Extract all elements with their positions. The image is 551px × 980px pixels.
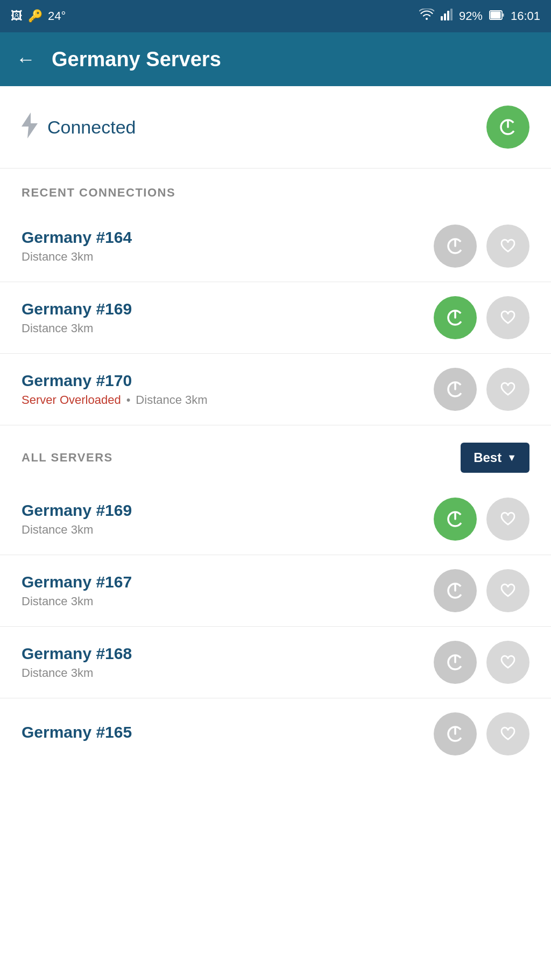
- all-server-info-168: Germany #168 Distance 3km: [22, 645, 434, 680]
- server-name-170: Germany #170: [22, 372, 434, 390]
- server-info-169: Germany #169 Distance 3km: [22, 300, 434, 335]
- main-content: Connected RECENT CONNECTIONS Germany #16…: [0, 86, 551, 980]
- connected-status: Connected: [22, 113, 136, 142]
- power-button-164[interactable]: [434, 225, 477, 268]
- server-info-164: Germany #164 Distance 3km: [22, 228, 434, 264]
- main-power-button[interactable]: [486, 106, 529, 149]
- page-title: Germany Servers: [52, 48, 221, 71]
- server-distance-170: Distance 3km: [136, 393, 207, 407]
- server-actions-169-recent: [434, 296, 529, 339]
- clock: 16:01: [511, 9, 540, 23]
- all-server-name-169: Germany #169: [22, 501, 434, 520]
- all-server-distance-169: Distance 3km: [22, 523, 434, 537]
- image-icon: 🖼: [11, 9, 23, 23]
- favorite-button-164[interactable]: [486, 225, 529, 268]
- server-distance-169: Distance 3km: [22, 321, 434, 335]
- sort-arrow-icon: ▼: [507, 452, 517, 464]
- all-server-name-167: Germany #167: [22, 573, 434, 591]
- svg-rect-6: [503, 13, 504, 17]
- svg-rect-5: [490, 12, 500, 19]
- battery-icon: [489, 9, 504, 23]
- favorite-button-all-167[interactable]: [486, 569, 529, 612]
- all-server-info-165: Germany #165: [22, 723, 434, 745]
- status-bar: 🖼 🔑 24° 92%: [0, 0, 551, 32]
- connected-label: Connected: [47, 117, 136, 138]
- all-server-actions-169: [434, 498, 529, 541]
- dot-170: •: [126, 393, 131, 407]
- power-button-170[interactable]: [434, 368, 477, 411]
- all-server-actions-167: [434, 569, 529, 612]
- signal-icon: [441, 9, 453, 24]
- server-name-164: Germany #164: [22, 228, 434, 247]
- all-server-name-165: Germany #165: [22, 723, 434, 741]
- server-info-170: Germany #170 Server Overloaded • Distanc…: [22, 372, 434, 407]
- power-button-all-168[interactable]: [434, 641, 477, 684]
- sort-best-button[interactable]: Best ▼: [461, 443, 529, 473]
- server-distance-164: Distance 3km: [22, 250, 434, 264]
- all-server-distance-168: Distance 3km: [22, 666, 434, 680]
- power-button-all-165[interactable]: [434, 712, 477, 755]
- server-name-169: Germany #169: [22, 300, 434, 318]
- all-server-info-169: Germany #169 Distance 3km: [22, 501, 434, 537]
- bolt-icon: [22, 113, 38, 142]
- all-servers-label: ALL SERVERS: [22, 451, 113, 465]
- all-server-info-167: Germany #167 Distance 3km: [22, 573, 434, 608]
- all-servers-header: ALL SERVERS Best ▼: [0, 425, 551, 484]
- all-server-row-165-partial: Germany #165: [0, 698, 551, 761]
- status-left: 🖼 🔑 24°: [11, 9, 66, 23]
- favorite-button-170[interactable]: [486, 368, 529, 411]
- favorite-button-all-165[interactable]: [486, 712, 529, 755]
- temp-display: 24°: [48, 9, 66, 23]
- recent-server-row-169: Germany #169 Distance 3km: [0, 282, 551, 354]
- app-header: ← Germany Servers: [0, 32, 551, 86]
- svg-rect-0: [441, 16, 443, 20]
- best-label: Best: [474, 450, 501, 465]
- connected-section: Connected: [0, 86, 551, 168]
- bottom-spacer: [0, 761, 551, 793]
- all-server-row-169: Germany #169 Distance 3km: [0, 484, 551, 555]
- recent-server-row-164: Germany #164 Distance 3km: [0, 211, 551, 282]
- all-server-row-167: Germany #167 Distance 3km: [0, 555, 551, 627]
- server-actions-170: [434, 368, 529, 411]
- svg-rect-2: [447, 11, 449, 20]
- all-server-actions-165: [434, 712, 529, 755]
- svg-marker-7: [22, 113, 38, 138]
- favorite-button-all-168[interactable]: [486, 641, 529, 684]
- power-button-all-169[interactable]: [434, 498, 477, 541]
- overloaded-label-170: Server Overloaded: [22, 393, 121, 407]
- recent-server-row-170: Germany #170 Server Overloaded • Distanc…: [0, 354, 551, 425]
- recent-connections-label: RECENT CONNECTIONS: [0, 169, 551, 211]
- favorite-button-all-169[interactable]: [486, 498, 529, 541]
- status-right: 92% 16:01: [419, 9, 540, 24]
- battery-percentage: 92%: [459, 9, 483, 23]
- svg-rect-3: [450, 9, 453, 20]
- wifi-icon: [419, 9, 434, 24]
- server-actions-164: [434, 225, 529, 268]
- back-button[interactable]: ←: [16, 50, 36, 69]
- svg-rect-1: [444, 13, 446, 20]
- all-server-name-168: Germany #168: [22, 645, 434, 663]
- all-server-actions-168: [434, 641, 529, 684]
- favorite-button-169-recent[interactable]: [486, 296, 529, 339]
- all-server-row-168: Germany #168 Distance 3km: [0, 627, 551, 698]
- all-server-distance-167: Distance 3km: [22, 594, 434, 608]
- power-button-all-167[interactable]: [434, 569, 477, 612]
- key-icon: 🔑: [28, 9, 43, 23]
- power-button-169-recent[interactable]: [434, 296, 477, 339]
